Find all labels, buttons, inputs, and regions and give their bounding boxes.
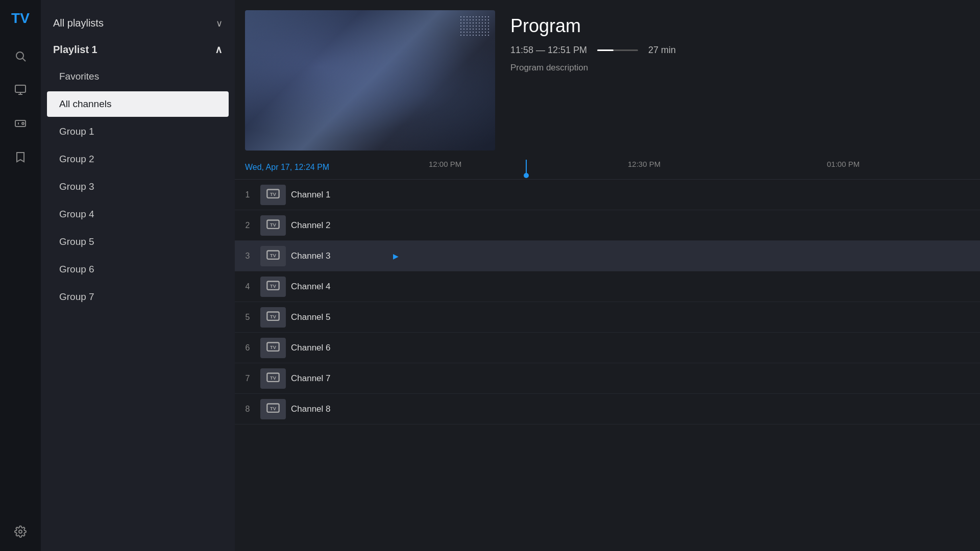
program-time-row: 11:58 — 12:51 PM 27 min xyxy=(510,45,965,56)
sidebar-item-group6[interactable]: Group 6 xyxy=(41,256,235,283)
channel-name: Channel 1 xyxy=(291,190,393,200)
channel-number: 3 xyxy=(235,252,260,261)
playlist1-header[interactable]: Playlist 1 ∧ xyxy=(41,36,235,63)
favorites-item[interactable]: Favorites xyxy=(41,63,235,90)
sidebar-item-group4[interactable]: Group 4 xyxy=(41,201,235,228)
video-thumbnail[interactable] xyxy=(245,10,495,151)
channel-logo: TV xyxy=(260,185,286,205)
channel-name: Channel 3 xyxy=(291,251,393,261)
program-info: Program 11:58 — 12:51 PM 27 min Program … xyxy=(510,10,965,73)
channel-number: 8 xyxy=(235,405,260,414)
time-indicator xyxy=(526,160,527,176)
channel-logo: TV xyxy=(260,215,286,236)
program-description: Program description xyxy=(510,63,965,73)
channel-logo: TV xyxy=(260,277,286,297)
svg-rect-2 xyxy=(15,85,26,92)
svg-text:TV: TV xyxy=(270,284,277,289)
channel-row-6[interactable]: 6 TV Channel 6 Program Program xyxy=(235,333,980,363)
play-icon: ▶ xyxy=(393,252,408,260)
svg-text:TV: TV xyxy=(270,406,277,411)
channel-logo: TV xyxy=(260,399,286,419)
channel-name: Channel 5 xyxy=(291,312,393,322)
svg-text:TV: TV xyxy=(270,375,277,381)
channel-name: Channel 7 xyxy=(291,373,393,384)
svg-line-1 xyxy=(23,59,26,62)
channel-logo: TV xyxy=(260,338,286,358)
sidebar-item-group2[interactable]: Group 2 xyxy=(41,145,235,173)
channel-number: 2 xyxy=(235,221,260,230)
channel-number: 1 xyxy=(235,190,260,199)
time-indicator-dot xyxy=(524,173,529,178)
channel-row-8[interactable]: 8 TV Channel 8 Program Program xyxy=(235,394,980,424)
timeline-header: Wed, Apr 17, 12:24 PM 12:00 PM 12:30 PM … xyxy=(235,156,980,180)
channel-logo: TV xyxy=(260,368,286,389)
program-time: 11:58 — 12:51 PM xyxy=(510,45,587,56)
channel-number: 6 xyxy=(235,343,260,353)
channel-row-2[interactable]: 2 TV Channel 2 Program Program xyxy=(235,210,980,241)
svg-text:TV: TV xyxy=(270,222,277,228)
channel-row-3[interactable]: 3 TV Channel 3 ▶ Program Program xyxy=(235,241,980,271)
sidebar-item-group7[interactable]: Group 7 xyxy=(41,283,235,311)
all-channels-item[interactable]: All channels xyxy=(47,91,229,117)
time-label-3: 01:00 PM xyxy=(827,160,860,168)
svg-text:TV: TV xyxy=(270,253,277,258)
epg-section: Wed, Apr 17, 12:24 PM 12:00 PM 12:30 PM … xyxy=(235,156,980,551)
channel-row-4[interactable]: 4 TV Channel 4 Program Program xyxy=(235,271,980,302)
nav-bar: TV xyxy=(0,0,41,551)
all-playlists-label: All playlists xyxy=(53,17,104,29)
channel-number: 7 xyxy=(235,374,260,383)
channel-row-5[interactable]: 5 TV Channel 5 Program Program xyxy=(235,302,980,333)
tv-icon[interactable] xyxy=(11,81,30,99)
dvr-icon[interactable] xyxy=(11,114,30,133)
chevron-down-icon: ∨ xyxy=(216,18,223,29)
channel-number: 4 xyxy=(235,282,260,291)
progress-bar xyxy=(597,49,638,51)
all-playlists-header[interactable]: All playlists ∨ xyxy=(41,10,235,36)
sidebar-item-group3[interactable]: Group 3 xyxy=(41,173,235,201)
channel-logo: TV xyxy=(260,246,286,266)
top-section: Program 11:58 — 12:51 PM 27 min Program … xyxy=(235,0,980,156)
settings-icon[interactable] xyxy=(11,522,30,541)
svg-text:TV: TV xyxy=(270,192,277,197)
channel-row-1[interactable]: 1 TV Channel 1 Program Program xyxy=(235,180,980,210)
all-channels-label: All channels xyxy=(59,98,111,109)
svg-text:TV: TV xyxy=(270,345,277,350)
current-datetime: Wed, Apr 17, 12:24 PM xyxy=(235,163,429,172)
channel-row-7[interactable]: 7 TV Channel 7 Program Program xyxy=(235,363,980,394)
program-title: Program xyxy=(510,15,965,37)
video-overlay xyxy=(459,15,490,36)
playlist1-label: Playlist 1 xyxy=(53,44,97,56)
channel-number: 5 xyxy=(235,313,260,322)
bookmark-icon[interactable] xyxy=(11,148,30,166)
time-label-1: 12:00 PM xyxy=(429,160,461,168)
sidebar-item-group5[interactable]: Group 5 xyxy=(41,228,235,256)
channel-name: Channel 8 xyxy=(291,404,393,414)
app-logo: TV xyxy=(11,10,30,27)
channel-name: Channel 2 xyxy=(291,220,393,231)
channel-name: Channel 6 xyxy=(291,343,393,353)
time-label-2: 12:30 PM xyxy=(628,160,660,168)
svg-text:TV: TV xyxy=(270,314,277,319)
sidebar-item-group1[interactable]: Group 1 xyxy=(41,118,235,145)
svg-point-6 xyxy=(22,122,24,124)
sidebar: All playlists ∨ Playlist 1 ∧ Favorites A… xyxy=(41,0,235,551)
search-icon[interactable] xyxy=(11,47,30,65)
svg-point-7 xyxy=(19,530,22,533)
chevron-up-icon: ∧ xyxy=(215,43,223,56)
channel-name: Channel 4 xyxy=(291,282,393,292)
timeline-times: 12:00 PM 12:30 PM 01:00 PM xyxy=(429,160,980,175)
channel-logo: TV xyxy=(260,307,286,328)
channels-container: 1 TV Channel 1 Program Program 2 TV Chan… xyxy=(235,180,980,551)
program-duration: 27 min xyxy=(648,45,676,56)
favorites-label: Favorites xyxy=(59,71,99,82)
svg-point-0 xyxy=(16,52,23,59)
main-content: Program 11:58 — 12:51 PM 27 min Program … xyxy=(235,0,980,551)
progress-fill xyxy=(597,49,614,51)
